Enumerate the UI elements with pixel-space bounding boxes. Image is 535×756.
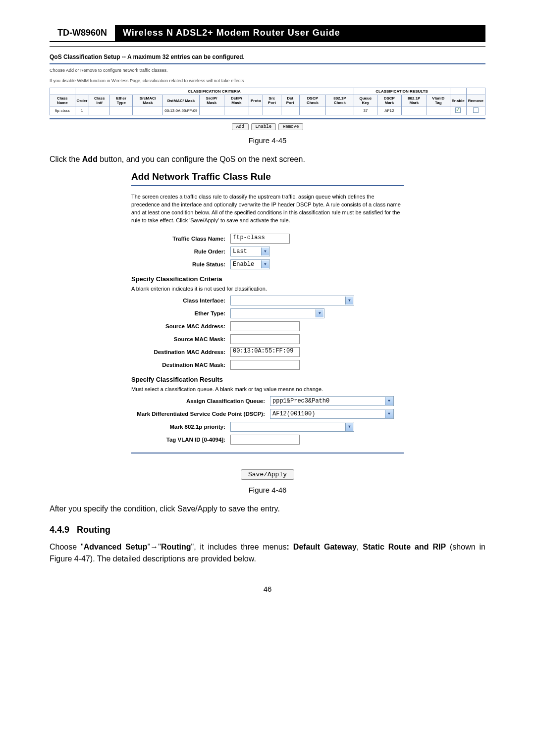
col-remove: Remove <box>466 95 485 106</box>
col-dscpmark: DSCP Mark <box>377 95 401 106</box>
label-source-mac-mask: Source MAC Mask: <box>131 336 230 342</box>
figure-4-45-caption: Figure 4-45 <box>50 136 485 145</box>
fig46-heading: Add Network Traffic Class Rule <box>131 171 404 182</box>
col-srcip: SrcIP/ Mask <box>199 95 224 106</box>
enable-button[interactable]: Enable <box>251 123 276 130</box>
label-rule-order: Rule Order: <box>131 249 230 254</box>
remove-checkbox[interactable] <box>473 107 479 113</box>
rule-order-select[interactable]: Last▼ <box>230 247 270 256</box>
col-class-name: Class Name <box>50 95 75 106</box>
label-assign-queue: Assign Classification Queue: <box>131 398 270 404</box>
fig45-note2: If you disable WMM function in Wireless … <box>50 78 485 84</box>
header-rule <box>50 46 485 47</box>
cell-enable-checkbox <box>450 106 466 115</box>
doc-header: TD-W8960N Wireless N ADSL2+ Modem Router… <box>50 25 485 42</box>
label-dest-mac-address: Destination MAC Address: <box>131 349 230 355</box>
section-criteria: Specify Classification Criteria <box>131 275 404 283</box>
figure-4-46-caption: Figure 4-46 <box>50 486 485 494</box>
section-criteria-note: A blank criterion indicates it is not us… <box>131 286 404 292</box>
fig45-title: QoS Classification Setup -- A maximum 32… <box>50 53 485 60</box>
cell-remove-checkbox <box>466 106 485 115</box>
dest-mac-address-input[interactable]: 00:13:0A:55:FF:09 <box>230 347 300 357</box>
section-results-note: Must select a classification queue. A bl… <box>131 386 404 392</box>
label-mark-dscp: Mark Differentiated Service Code Point (… <box>131 411 270 417</box>
label-mark-8021p: Mark 802.1p priority: <box>131 424 230 430</box>
col-8021pcheck: 802.1P Check <box>326 95 354 106</box>
source-mac-address-input[interactable] <box>230 321 300 331</box>
col-order: Order <box>75 95 89 106</box>
col-vlanid: VlanID Tag <box>427 95 450 106</box>
arrow-icon: → <box>150 543 158 551</box>
fig45-rule <box>50 63 485 64</box>
source-mac-mask-input[interactable] <box>230 334 300 344</box>
rule-status-select[interactable]: Enable▼ <box>230 259 270 269</box>
cell-queuekey: 37 <box>354 106 377 115</box>
model-label: TD-W8960N <box>50 25 115 41</box>
cell-class-name: ftp-class <box>50 106 75 115</box>
fig45-button-row: Add Enable Remove <box>50 123 485 130</box>
traffic-class-name-input[interactable]: ftp-class <box>230 234 290 244</box>
chevron-down-icon: ▼ <box>261 260 269 268</box>
col-dstport: Dst Port <box>281 95 299 106</box>
label-ether-type: Ether Type: <box>131 310 230 316</box>
chevron-down-icon: ▼ <box>316 309 323 317</box>
fig46-desc: The screen creates a traffic class rule … <box>131 193 404 225</box>
chevron-down-icon: ▼ <box>345 423 353 431</box>
body-text-1: Click the Add button, and you can config… <box>50 153 485 165</box>
fig46-rule <box>131 185 404 186</box>
group-criteria: CLASSIFICATION CRITERIA <box>75 88 354 95</box>
enable-checkbox[interactable] <box>455 107 461 113</box>
fig46-rule-bottom <box>131 453 404 454</box>
remove-button[interactable]: Remove <box>278 123 303 130</box>
figure-4-45: QoS Classification Setup -- A maximum 32… <box>50 53 485 130</box>
body-text-2: After you specify the condition, click S… <box>50 503 485 515</box>
col-dscpcheck: DSCP Check <box>299 95 325 106</box>
col-srcport: Src Port <box>263 95 281 106</box>
mark-8021p-select[interactable]: ▼ <box>230 422 354 432</box>
col-queuekey: Queue Key <box>354 95 377 106</box>
qos-table: CLASSIFICATION CRITERIA CLASSIFICATION R… <box>50 88 485 115</box>
section-results: Specify Classification Results <box>131 376 404 383</box>
col-enable: Enable <box>450 95 466 106</box>
col-dstip: DstIP/ Mask <box>224 95 249 106</box>
fig45-note1: Choose Add or Remove to configure networ… <box>50 67 485 74</box>
assign-queue-select[interactable]: ppp1&Prec3&Path0▼ <box>270 396 394 406</box>
save-apply-button[interactable]: Save/Apply <box>241 469 294 480</box>
label-rule-status: Rule Status: <box>131 261 230 267</box>
ether-type-select[interactable]: ▼ <box>230 308 324 318</box>
label-source-mac-address: Source MAC Address: <box>131 323 230 329</box>
table-row: ftp-class 1 00:13:0A:55:FF:09 37 AF12 <box>50 106 485 115</box>
label-traffic-class-name: Traffic Class Name: <box>131 236 230 242</box>
chevron-down-icon: ▼ <box>261 248 269 255</box>
col-dstmac: DstMAC/ Mask <box>163 95 199 106</box>
body-text-3: Choose "Advanced Setup"→"Routing", it in… <box>50 541 485 565</box>
label-dest-mac-mask: Destination MAC Mask: <box>131 362 230 368</box>
page-number: 46 <box>50 585 485 593</box>
col-proto: Proto <box>249 95 263 106</box>
cell-dscpmark: AF12 <box>377 106 401 115</box>
add-bold: Add <box>82 155 98 163</box>
chevron-down-icon: ▼ <box>385 410 393 418</box>
col-srcmac: SrcMAC/ Mask <box>133 95 163 106</box>
figure-4-46: Add Network Traffic Class Rule The scree… <box>131 171 404 480</box>
dest-mac-mask-input[interactable] <box>230 360 300 370</box>
col-ether-type: Ether Type <box>110 95 133 106</box>
class-interface-select[interactable]: ▼ <box>230 296 354 305</box>
doc-title: Wireless N ADSL2+ Modem Router User Guid… <box>115 25 485 41</box>
cell-order: 1 <box>75 106 89 115</box>
col-8021pmark: 802.1P Mark <box>401 95 427 106</box>
group-results: CLASSIFICATION RESULTS <box>354 88 450 95</box>
cell-dstmac: 00:13:0A:55:FF:09 <box>163 106 199 115</box>
add-button[interactable]: Add <box>232 123 249 130</box>
tag-vlan-input[interactable] <box>230 435 300 445</box>
label-class-interface: Class Interface: <box>131 298 230 303</box>
section-heading-routing: 4.4.9 Routing <box>50 525 485 535</box>
mark-dscp-select[interactable]: AF12(001100)▼ <box>270 409 394 419</box>
chevron-down-icon: ▼ <box>345 297 353 304</box>
label-tag-vlan: Tag VLAN ID [0-4094]: <box>131 437 230 443</box>
chevron-down-icon: ▼ <box>385 397 393 405</box>
fig45-rule-bottom <box>50 118 485 119</box>
col-class-intf: Class Intf <box>89 95 110 106</box>
